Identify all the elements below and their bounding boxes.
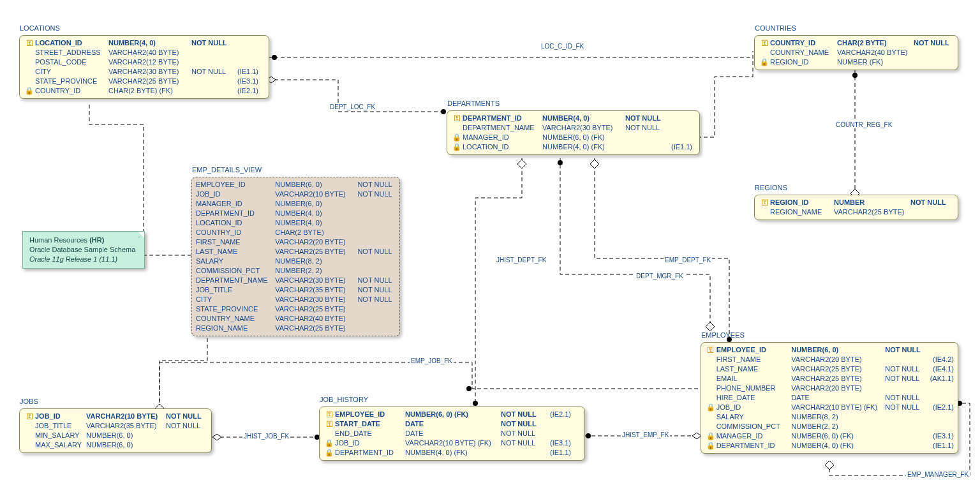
note-line2: Oracle Database Sample Schema bbox=[29, 245, 138, 255]
col-type: VARCHAR2(40 BYTE) bbox=[108, 48, 191, 57]
entity-departments[interactable]: DEPARTMENTS ⚿DEPARTMENT_IDNUMBER(4, 0)NO… bbox=[447, 110, 700, 155]
svg-marker-5 bbox=[517, 160, 526, 168]
col-name: DEPARTMENT_ID bbox=[716, 441, 792, 451]
col-type: VARCHAR2(10 BYTE) bbox=[86, 412, 166, 421]
col-index: (IE1.1) bbox=[664, 142, 692, 152]
col-name: COUNTRY_NAME bbox=[770, 48, 837, 57]
col-type: NUMBER(6, 0) bbox=[791, 345, 885, 355]
col-name: STATE_PROVINCE bbox=[196, 304, 275, 314]
col-type: NUMBER(4, 0) (FK) bbox=[542, 142, 625, 152]
col-name: LOCATION_ID bbox=[463, 142, 542, 152]
entity-emp-details-view[interactable]: EMP_DETAILS_VIEW EMPLOYEE_IDNUMBER(6, 0)… bbox=[191, 177, 400, 336]
svg-point-0 bbox=[272, 55, 277, 60]
col-name: STREET_ADDRESS bbox=[35, 48, 108, 57]
column-row: FIRST_NAMEVARCHAR2(20 BYTE) bbox=[196, 237, 396, 247]
entity-body: ⚿COUNTRY_IDCHAR(2 BYTE)NOT NULLCOUNTRY_N… bbox=[755, 36, 958, 70]
col-name: EMPLOYEE_ID bbox=[196, 180, 275, 190]
col-type: NUMBER bbox=[834, 198, 910, 207]
col-type: VARCHAR2(25 BYTE) bbox=[791, 364, 885, 374]
col-null: NOT NULL bbox=[885, 374, 926, 384]
col-index: (IE1.1) bbox=[926, 441, 954, 451]
col-name: SALARY bbox=[196, 257, 275, 266]
col-type: DATE bbox=[405, 429, 501, 438]
col-name: MANAGER_ID bbox=[463, 133, 542, 142]
note-title-bold: (HR) bbox=[89, 236, 104, 244]
col-type: VARCHAR2(25 BYTE) bbox=[275, 247, 357, 257]
column-row: PHONE_NUMBERVARCHAR2(20 BYTE) bbox=[705, 384, 954, 393]
column-row: SALARYNUMBER(8, 2) bbox=[705, 412, 954, 422]
column-row: COUNTRY_IDCHAR(2 BYTE) bbox=[196, 228, 396, 237]
col-type: VARCHAR2(10 BYTE) (FK) bbox=[405, 438, 501, 448]
entity-countries[interactable]: COUNTRIES ⚿COUNTRY_IDCHAR(2 BYTE)NOT NUL… bbox=[754, 35, 958, 70]
fk-label-countr-reg: COUNTR_REG_FK bbox=[835, 121, 893, 128]
note-line3: Oracle 11g Release 1 (11.1) bbox=[29, 255, 138, 264]
fk-label-emp-manager: EMP_MANAGER_FK bbox=[906, 471, 970, 478]
column-row: 🔒LOCATION_IDNUMBER(4, 0) (FK)(IE1.1) bbox=[451, 142, 695, 152]
col-type: VARCHAR2(10 BYTE) (FK) bbox=[791, 403, 885, 412]
key-icon: ⚿ bbox=[451, 114, 463, 123]
entity-job-history[interactable]: JOB_HISTORY ⚿EMPLOYEE_IDNUMBER(6, 0) (FK… bbox=[319, 407, 585, 461]
lock-icon: 🔒 bbox=[705, 431, 716, 441]
column-row: END_DATEDATENOT NULL bbox=[323, 429, 581, 438]
col-name: MANAGER_ID bbox=[716, 431, 792, 441]
column-row: ⚿LOCATION_IDNUMBER(4, 0)NOT NULL bbox=[24, 38, 265, 48]
col-name: CITY bbox=[35, 67, 108, 77]
col-name: REGION_ID bbox=[770, 57, 837, 67]
entity-jobs[interactable]: JOBS ⚿JOB_IDVARCHAR2(10 BYTE)NOT NULLJOB… bbox=[19, 408, 212, 453]
lock-icon: 🔒 bbox=[451, 133, 463, 142]
svg-point-2 bbox=[441, 109, 446, 114]
col-name: JOB_ID bbox=[196, 190, 275, 199]
note-title-prefix: Human Resources bbox=[29, 236, 89, 244]
entity-title: COUNTRIES bbox=[755, 24, 796, 32]
lock-icon: 🔒 bbox=[705, 403, 716, 412]
col-type: VARCHAR2(30 BYTE) bbox=[275, 295, 357, 304]
col-type: NUMBER(4, 0) bbox=[108, 38, 191, 48]
col-type: NUMBER(4, 0) (FK) bbox=[405, 448, 501, 458]
key-icon: ⚿ bbox=[24, 38, 35, 48]
col-index: (IE3.1) bbox=[542, 438, 571, 448]
column-row: LAST_NAMEVARCHAR2(25 BYTE)NOT NULL bbox=[196, 247, 396, 257]
col-null: NOT NULL bbox=[625, 114, 664, 123]
col-type: NUMBER(6, 0) bbox=[275, 199, 357, 209]
col-type: NUMBER(8, 2) bbox=[791, 412, 885, 422]
entity-employees[interactable]: EMPLOYEES ⚿EMPLOYEE_IDNUMBER(6, 0)NOT NU… bbox=[701, 342, 958, 454]
column-row: HIRE_DATEDATENOT NULL bbox=[705, 393, 954, 403]
lock-icon: 🔒 bbox=[451, 142, 463, 152]
entity-regions[interactable]: REGIONS ⚿REGION_IDNUMBERNOT NULLREGION_N… bbox=[754, 195, 958, 220]
entity-title: EMPLOYEES bbox=[701, 331, 745, 339]
column-row: 🔒JOB_IDVARCHAR2(10 BYTE) (FK)NOT NULL(IE… bbox=[323, 438, 581, 448]
col-type: VARCHAR2(35 BYTE) bbox=[275, 285, 357, 295]
col-name: END_DATE bbox=[335, 429, 405, 438]
column-row: 🔒JOB_IDVARCHAR2(10 BYTE) (FK)NOT NULL(IE… bbox=[705, 403, 954, 412]
column-row: SALARYNUMBER(8, 2) bbox=[196, 257, 396, 266]
svg-point-3 bbox=[852, 73, 858, 78]
column-row: ⚿DEPARTMENT_IDNUMBER(4, 0)NOT NULL bbox=[451, 114, 695, 123]
lock-icon: 🔒 bbox=[323, 448, 335, 458]
col-null: NOT NULL bbox=[501, 429, 542, 438]
col-type: DATE bbox=[791, 393, 885, 403]
col-null: NOT NULL bbox=[191, 67, 230, 77]
entity-locations[interactable]: LOCATIONS ⚿LOCATION_IDNUMBER(4, 0)NOT NU… bbox=[19, 35, 269, 99]
col-null: NOT NULL bbox=[357, 295, 396, 304]
entity-title: JOBS bbox=[20, 398, 38, 405]
column-row: FIRST_NAMEVARCHAR2(20 BYTE)(IE4.2) bbox=[705, 355, 954, 364]
lock-icon: 🔒 bbox=[705, 441, 716, 451]
col-type: VARCHAR2(25 BYTE) bbox=[834, 207, 910, 217]
col-type: VARCHAR2(20 BYTE) bbox=[275, 237, 357, 247]
col-type: VARCHAR2(10 BYTE) bbox=[275, 190, 357, 199]
col-type: VARCHAR2(30 BYTE) bbox=[542, 123, 625, 133]
col-name: JOB_ID bbox=[35, 412, 86, 421]
col-type: DATE bbox=[405, 419, 501, 429]
column-row: STREET_ADDRESSVARCHAR2(40 BYTE) bbox=[24, 48, 265, 57]
lock-icon: 🔒 bbox=[759, 57, 770, 67]
col-type: VARCHAR2(25 BYTE) bbox=[108, 77, 191, 86]
col-name: POSTAL_CODE bbox=[35, 57, 108, 67]
entity-title: DEPARTMENTS bbox=[447, 100, 500, 107]
key-icon: ⚿ bbox=[759, 38, 770, 48]
entity-body: ⚿JOB_IDVARCHAR2(10 BYTE)NOT NULLJOB_TITL… bbox=[20, 409, 211, 452]
column-row: JOB_TITLEVARCHAR2(35 BYTE)NOT NULL bbox=[24, 421, 207, 431]
col-null: NOT NULL bbox=[885, 364, 926, 374]
col-name: COMMISSION_PCT bbox=[716, 422, 792, 431]
entity-title: JOB_HISTORY bbox=[320, 396, 368, 403]
col-type: VARCHAR2(25 BYTE) bbox=[275, 304, 357, 314]
